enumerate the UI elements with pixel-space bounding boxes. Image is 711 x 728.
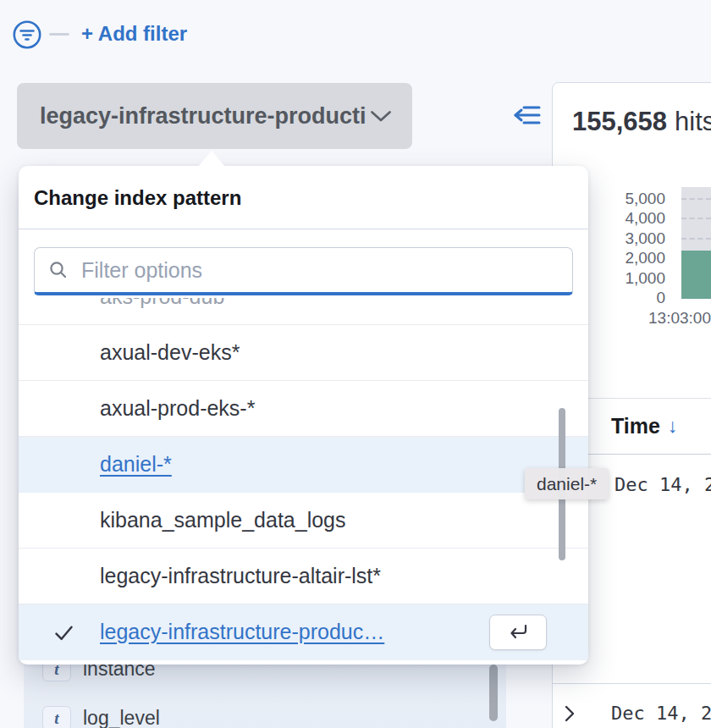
table-row-time: Dec 14, 2 (615, 474, 711, 495)
option-axual-dev-eks[interactable]: axual-dev-eks* (19, 325, 588, 381)
sort-descending-icon: ↓ (668, 415, 678, 438)
discover-page: t instance t log_level 155,658hits 5,000… (0, 0, 711, 728)
table-row-time: Dec 14, 2 (611, 703, 711, 724)
hits-count: 155,658 (572, 107, 667, 136)
option-aks-prod-dub[interactable]: aks-prod-dub* (19, 298, 588, 325)
option-legacy-infrastructure-production-selected[interactable]: legacy-infrastructure-produc… (19, 604, 588, 660)
expand-row-icon[interactable] (564, 704, 576, 723)
add-filter-button[interactable]: + Add filter (81, 22, 187, 46)
gridline (681, 238, 711, 240)
y-axis-tick: 0 (584, 288, 665, 308)
daniel-tooltip: daniel-* (525, 468, 609, 499)
popover-title: Change index pattern (19, 166, 588, 229)
y-axis-tick: 4,000 (584, 208, 665, 229)
index-pattern-option-list: aks-prod-dub* axual-dev-eks* axual-prod-… (19, 298, 588, 665)
change-index-pattern-popover: Change index pattern aks-prod-dub* axual… (19, 166, 588, 665)
y-axis-tick: 1,000 (584, 268, 665, 289)
table-row-divider (553, 683, 711, 684)
field-item-log-level[interactable]: t log_level (42, 706, 160, 728)
collapse-sidebar-icon[interactable] (513, 104, 542, 126)
search-input[interactable] (81, 258, 559, 283)
gridline (681, 198, 711, 200)
check-icon (52, 621, 75, 644)
time-column-label: Time (611, 414, 660, 438)
text-field-type-icon: t (42, 706, 71, 728)
gridline (681, 218, 711, 219)
filter-options-searchbox[interactable] (34, 247, 573, 295)
index-pattern-label: legacy-infrastructure-productio… (40, 103, 366, 130)
index-pattern-selector-button[interactable]: legacy-infrastructure-productio… (17, 83, 412, 149)
option-kibana-sample-data-logs[interactable]: kibana_sample_data_logs (19, 493, 588, 549)
hits-unit: hits (675, 107, 711, 136)
y-axis-tick: 2,000 (584, 248, 665, 268)
x-axis-tick: 13:03:00 (643, 309, 711, 328)
option-daniel[interactable]: daniel-* (19, 437, 588, 493)
filter-funnel-icon[interactable] (12, 19, 42, 50)
field-name: log_level (83, 707, 160, 728)
chevron-down-icon (370, 110, 392, 123)
search-icon (48, 260, 69, 280)
enter-key-button[interactable] (489, 615, 547, 650)
option-legacy-infrastructure-altair[interactable]: legacy-infrastructure-altair-lst* (19, 549, 588, 604)
histogram-bar[interactable] (681, 251, 711, 299)
sidebar-scrollbar[interactable] (489, 665, 498, 721)
popover-arrow (198, 151, 225, 167)
time-column-header[interactable]: Time ↓ (611, 414, 677, 438)
y-axis-tick: 5,000 (584, 189, 665, 209)
y-axis-tick: 3,000 (584, 229, 665, 249)
hits-summary: 155,658hits (572, 107, 711, 137)
return-key-icon (507, 623, 529, 642)
option-axual-prod-eks[interactable]: axual-prod-eks-* (19, 381, 588, 437)
filter-bar-divider (49, 33, 69, 36)
